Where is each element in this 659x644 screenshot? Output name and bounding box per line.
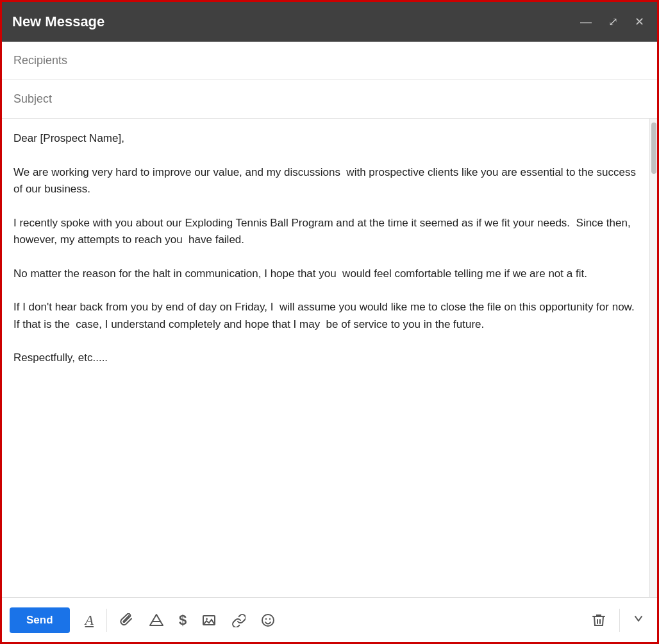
attachment-button[interactable]: [115, 609, 139, 631]
svg-point-3: [206, 618, 208, 620]
format-text-button[interactable]: A: [80, 608, 99, 632]
emoji-button[interactable]: [256, 609, 280, 631]
link-icon: [231, 613, 246, 627]
image-button[interactable]: [197, 609, 221, 631]
send-button[interactable]: Send: [10, 607, 70, 633]
drive-icon: [149, 613, 163, 627]
scrollbar-thumb[interactable]: [651, 123, 656, 174]
scrollbar-track[interactable]: [649, 119, 657, 597]
body-textarea[interactable]: Dear [Prospect Name], We are working ver…: [2, 119, 649, 597]
chevron-down-icon: [633, 613, 644, 624]
drive-button[interactable]: [144, 609, 169, 631]
subject-input[interactable]: [13, 92, 646, 106]
format-a-icon: A: [85, 612, 94, 629]
subject-row: [2, 80, 657, 119]
svg-point-5: [265, 618, 267, 619]
body-area: Dear [Prospect Name], We are working ver…: [2, 119, 657, 597]
svg-marker-0: [150, 614, 163, 625]
compose-window: New Message — ⤢ ✕ Dear [Prospect Name], …: [0, 0, 659, 644]
more-options-button[interactable]: [628, 609, 649, 631]
svg-point-6: [269, 618, 271, 619]
money-button[interactable]: $: [174, 608, 192, 632]
title-bar-controls: — ⤢ ✕: [578, 15, 647, 29]
recipients-row: [2, 42, 657, 80]
title-bar: New Message — ⤢ ✕: [2, 2, 657, 42]
separator-2: [619, 609, 620, 632]
emoji-icon: [261, 613, 275, 627]
image-icon: [202, 613, 216, 627]
window-title: New Message: [12, 13, 104, 30]
dollar-icon: $: [179, 612, 187, 629]
attachment-icon: [120, 613, 134, 627]
link-button[interactable]: [226, 609, 251, 631]
minimize-button[interactable]: —: [578, 15, 594, 29]
expand-button[interactable]: ⤢: [606, 15, 621, 29]
toolbar: Send A $: [2, 597, 657, 642]
close-button[interactable]: ✕: [632, 15, 647, 29]
delete-button[interactable]: [586, 609, 612, 632]
separator-1: [106, 609, 107, 632]
recipients-input[interactable]: [13, 54, 646, 67]
trash-icon: [591, 613, 606, 628]
